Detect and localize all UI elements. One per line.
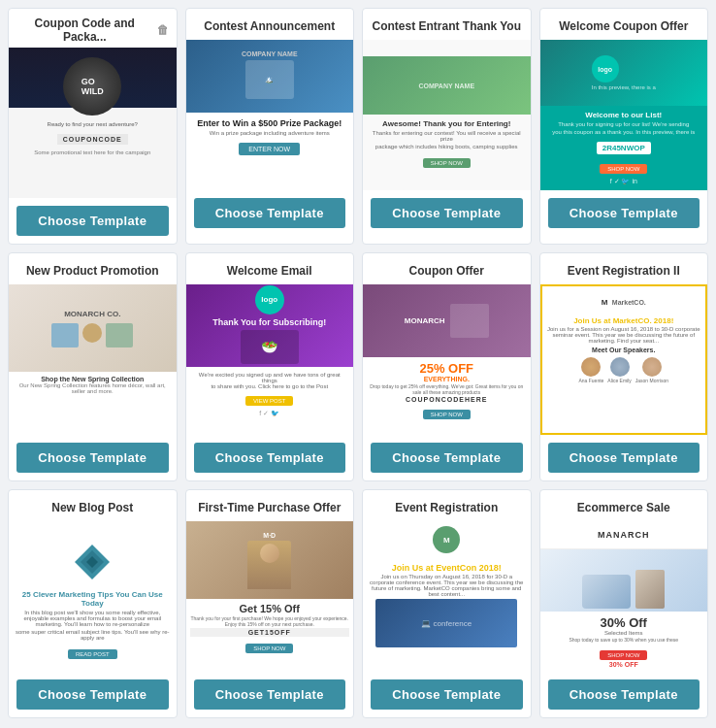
shop-now-preview: SHOP NOW [423,158,471,168]
shop-btn-preview: SHOP NOW [600,164,647,174]
view-post-preview: VIEW POST [245,396,293,406]
preview-coupon-code: GOWILD Ready to find your next adventure… [9,48,177,198]
card-contest-announcement: Contest Announcement COMPANY NAME 🏔️ Ent… [185,8,355,245]
card-contest-entrant: Contest Entrant Thank You COMPANY NAME A… [362,8,532,245]
card-title-contest: Contest Announcement [186,9,354,40]
read-post-preview: READ POST [68,649,117,659]
card-new-product: New Product Promotion MONARCH CO. Shop t… [8,252,178,481]
card-firsttime: First-Time Purchase Offer M·D Get 15% Of… [185,489,355,718]
card-title-entrant: Contest Entrant Thank You [363,9,531,40]
card-title-coupon-code: Coupon Code and Packa... 🗑 [9,9,177,48]
preview-new-product: MONARCH CO. Shop the New Spring Collecti… [9,284,177,435]
card-title-label: Coupon Code and Packa... [16,17,153,44]
card-title-blog-post: New Blog Post [9,490,177,521]
card-title-firsttime: First-Time Purchase Offer [186,490,354,521]
card-ecommerce: Ecommerce Sale MANARCH 30% Off Selected … [539,489,709,718]
delete-icon[interactable]: 🗑 [157,23,169,37]
choose-template-btn-welcome-email[interactable]: Choose Template [194,443,346,473]
card-title-ecommerce: Ecommerce Sale [540,490,708,521]
shop-now-firsttime-preview: SHOP NOW [245,644,293,653]
shop-now-ecommerce-preview: SHOP NOW [600,650,647,660]
card-coupon-code: Coupon Code and Packa... 🗑 GOWILD Ready … [8,8,178,245]
choose-template-btn-coupon-code[interactable]: Choose Template [16,206,169,236]
choose-template-btn-new-product[interactable]: Choose Template [16,443,169,473]
preview-welcome-coupon: logo In this preview, there is a Welcome… [540,40,708,190]
choose-template-btn-coupon-offer[interactable]: Choose Template [371,443,523,473]
choose-template-btn-blog-post[interactable]: Choose Template [16,679,169,710]
card-welcome-email: Welcome Email logo Thank You for Subscri… [185,252,355,481]
card-title-welcome-coupon: Welcome Coupon Offer [540,9,708,40]
card-title-event-reg2: Event Registration II [540,253,708,284]
card-title-coupon-offer: Coupon Offer [363,253,531,284]
card-title-new-product: New Product Promotion [9,253,177,284]
card-title-welcome-email: Welcome Email [186,253,354,284]
preview-firsttime: M·D Get 15% Off Thank you for your first… [186,521,354,672]
preview-entrant: COMPANY NAME Awesome! Thank you for Ente… [363,40,531,190]
preview-contest: COMPANY NAME 🏔️ Enter to Win a $500 Priz… [186,40,354,190]
card-event-reg: Event Registration M Join Us at EventCon… [362,489,532,718]
card-event-reg2: Event Registration II M MarketCO. Join U… [539,252,709,481]
choose-template-btn-entrant[interactable]: Choose Template [371,198,523,228]
card-blog-post: New Blog Post 25 Clever Marketing Tips Y… [8,489,178,718]
choose-template-btn-contest[interactable]: Choose Template [194,198,346,228]
template-grid: Coupon Code and Packa... 🗑 GOWILD Ready … [8,8,708,718]
choose-template-btn-event-reg[interactable]: Choose Template [371,679,523,710]
enter-now-preview: ENTER NOW [239,143,300,155]
preview-welcome-email: logo Thank You for Subscribing! 🥗 We're … [186,284,354,435]
preview-ecommerce: MANARCH 30% Off Selected Items Shop toda… [540,521,708,672]
choose-template-btn-event-reg2[interactable]: Choose Template [548,443,700,473]
diamond-icon [73,543,112,581]
choose-template-btn-welcome-coupon[interactable]: Choose Template [548,198,700,228]
preview-event-reg: M Join Us at EventCon 2018! Join us on T… [363,521,531,672]
card-welcome-coupon: Welcome Coupon Offer logo In this previe… [539,8,709,245]
card-title-event-reg: Event Registration [363,490,531,521]
preview-event-reg2: M MarketCO. Join Us at MarketCO. 2018! J… [540,284,708,435]
preview-blog-post: 25 Clever Marketing Tips You Can Use Tod… [9,521,177,672]
card-coupon-offer: Coupon Offer MONARCH 25% OFF EVERYTHING.… [362,252,532,481]
choose-template-btn-firsttime[interactable]: Choose Template [194,679,346,710]
preview-coupon-offer: MONARCH 25% OFF EVERYTHING. Drop today t… [363,284,531,435]
choose-template-btn-ecommerce[interactable]: Choose Template [548,679,700,710]
shop-now-coupon-preview: SHOP NOW [423,410,471,419]
